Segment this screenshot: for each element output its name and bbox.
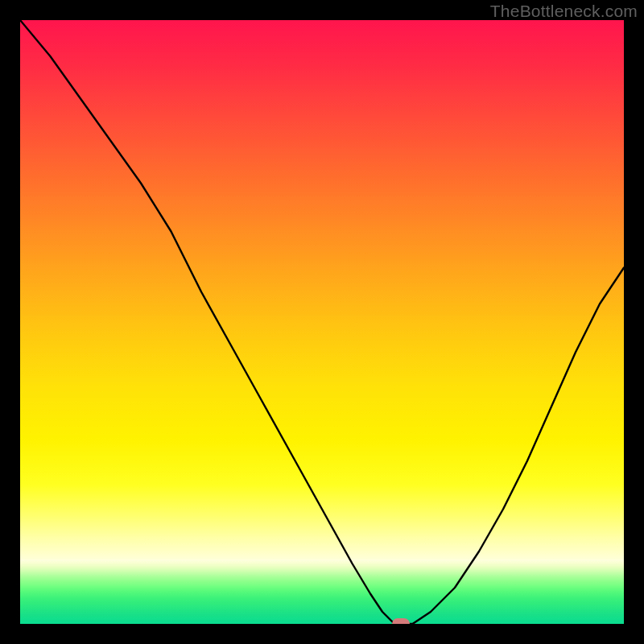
chart-frame: TheBottleneck.com: [0, 0, 644, 644]
watermark-text: TheBottleneck.com: [490, 2, 638, 21]
optimal-point-marker: [392, 618, 410, 624]
bottleneck-curve: [20, 20, 624, 624]
plot-area: [20, 20, 624, 624]
